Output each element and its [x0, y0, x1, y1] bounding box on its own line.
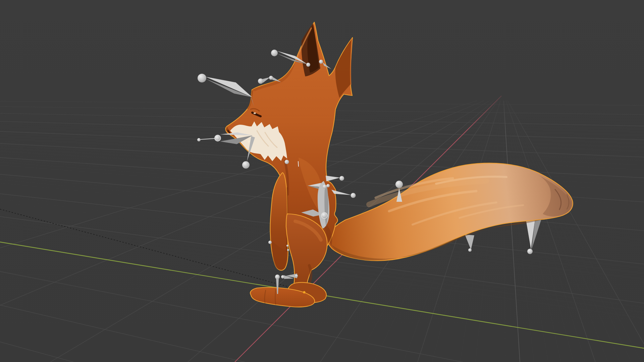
chest-spike-up-sphere[interactable] [339, 176, 344, 181]
object-origin-dot[interactable] [303, 291, 306, 294]
throat-sphere[interactable] [285, 160, 289, 164]
ankle-needle-sphere[interactable] [275, 275, 280, 279]
wrist-sphere[interactable] [268, 241, 272, 244]
crown-sphere-a[interactable] [258, 78, 263, 84]
ankle-small-sphere[interactable] [281, 275, 284, 279]
eye-gleam[interactable] [254, 112, 256, 114]
ear-bone-tip-sphere[interactable] [306, 63, 310, 67]
tail-under-bone-2-sphere[interactable] [527, 249, 533, 254]
scapula-ring-sphere[interactable] [321, 213, 327, 219]
muzzle-small-sphere[interactable] [197, 138, 201, 141]
blender-3d-viewport[interactable] [0, 0, 644, 362]
muzzle-ring-sphere[interactable] [215, 135, 221, 141]
chest-small-sphere-2[interactable] [326, 184, 330, 187]
viewport-canvas[interactable] [0, 0, 644, 362]
crown-sphere-b[interactable] [269, 76, 273, 80]
far-ear-bone-sphere[interactable] [319, 60, 323, 64]
ear-bone-head-sphere[interactable] [271, 50, 278, 56]
rear-toe-sphere[interactable] [295, 275, 298, 277]
jaw-tip-sphere[interactable] [242, 161, 250, 169]
finger-dot-sphere[interactable] [286, 245, 288, 247]
throat-stick-bone[interactable] [298, 161, 299, 167]
tail-base-sphere[interactable] [395, 181, 403, 188]
skull-bone-head-sphere[interactable] [198, 74, 206, 82]
chest-spike-right-sphere[interactable] [351, 193, 356, 198]
tail-under-bone-1-sphere[interactable] [468, 248, 472, 252]
chest-small-sphere-1[interactable] [323, 185, 327, 189]
finger-dot-sphere[interactable] [287, 249, 289, 251]
